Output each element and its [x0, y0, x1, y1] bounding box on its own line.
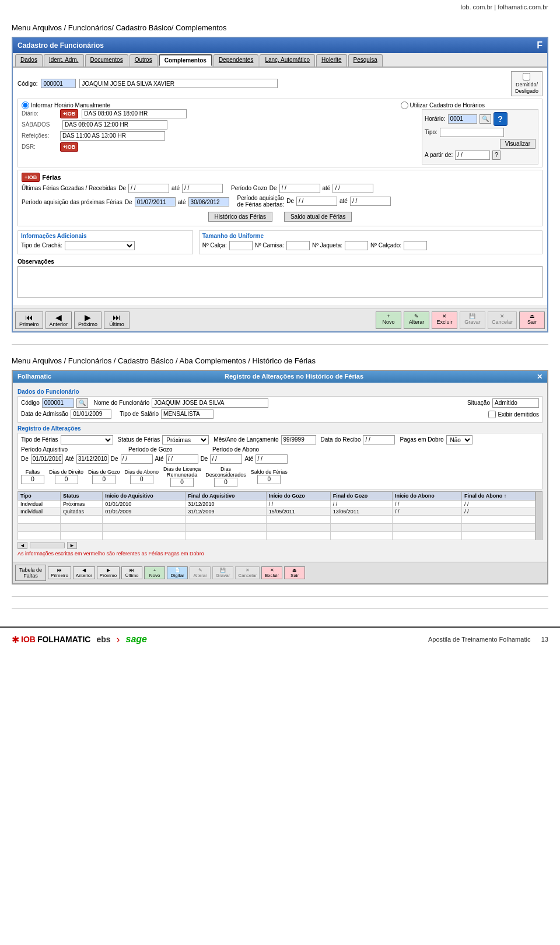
- btn2-digitar[interactable]: 📄 Digitar: [167, 566, 188, 579]
- btn2-excluir[interactable]: ✕ Excluir: [261, 566, 282, 579]
- exibir-demitidos-label[interactable]: Exibir demitidos: [488, 411, 539, 418]
- btn-anterior[interactable]: ◀ Anterior: [46, 312, 72, 329]
- iob-btn-ferias[interactable]: +IOB: [22, 173, 40, 182]
- w2-data-adm-input[interactable]: [71, 410, 111, 419]
- saldo-ferias-input[interactable]: [257, 475, 281, 484]
- codigo-input[interactable]: [41, 79, 76, 88]
- btn2-alterar[interactable]: ✎ Alterar: [190, 566, 211, 579]
- nr-calcado-input[interactable]: [404, 241, 427, 250]
- saldo-ferias-btn[interactable]: Saldo atual de Férias: [284, 212, 352, 222]
- btn2-anterior[interactable]: ◀ Anterior: [73, 566, 95, 579]
- tab-dependentes[interactable]: Dependentes: [214, 54, 259, 66]
- pg-de-input[interactable]: [279, 184, 320, 193]
- uf-de-input[interactable]: [128, 184, 169, 193]
- pg-ate-input[interactable]: [332, 184, 373, 193]
- tipo-input[interactable]: [440, 128, 504, 137]
- dias-descons-label: DiasDesconsiderados: [205, 466, 246, 478]
- window2-close[interactable]: ✕: [537, 373, 542, 381]
- w2-situacao-input[interactable]: [492, 398, 539, 408]
- btn-ultimo[interactable]: ⏭ Último: [104, 312, 130, 329]
- nome-input[interactable]: [79, 79, 278, 88]
- tab-ident-adm[interactable]: Ident. Adm.: [44, 54, 84, 66]
- radio-cadastro[interactable]: [401, 102, 408, 109]
- status-ferias-select[interactable]: Próximas: [162, 435, 209, 444]
- ate-aq-input[interactable]: [76, 454, 108, 464]
- diario-input[interactable]: [82, 109, 187, 118]
- pab-de-input[interactable]: [296, 197, 337, 206]
- scroll-left-arrow[interactable]: ◄: [18, 542, 27, 549]
- a-partir-help-btn[interactable]: ?: [492, 150, 501, 160]
- scroll-right-arrow[interactable]: ►: [67, 542, 77, 549]
- btn-novo[interactable]: + Novo: [376, 312, 401, 329]
- uf-ate-input[interactable]: [182, 184, 223, 193]
- dias-licenca-input[interactable]: [170, 478, 194, 487]
- de-aq-input[interactable]: [31, 454, 63, 464]
- table-row[interactable]: Individual Quitadas 01/01/2009 31/12/200…: [18, 508, 536, 515]
- tab-outros[interactable]: Outros: [130, 54, 158, 66]
- w2-nome-input[interactable]: [152, 398, 268, 408]
- btn-gravar[interactable]: 💾 Gravar: [460, 312, 485, 329]
- btn2-primeiro[interactable]: ⏮ Primeiro: [48, 566, 71, 579]
- horario-search-btn[interactable]: 🔍: [480, 114, 491, 124]
- tab-dados[interactable]: Dados: [15, 54, 43, 66]
- table-row[interactable]: Individual Próximas 01/01/2010 31/12/201…: [18, 500, 536, 508]
- radio-manual[interactable]: [22, 102, 29, 109]
- mes-ano-input[interactable]: [281, 435, 316, 444]
- tabela-faltas-btn[interactable]: Tabela de Faltas: [15, 565, 46, 581]
- w2-tipo-sal-input[interactable]: [161, 410, 214, 419]
- pab-ate-input[interactable]: [350, 197, 391, 206]
- periodo-gozo-header: Período de Gozo: [128, 446, 187, 453]
- dias-descons-input[interactable]: [214, 478, 237, 487]
- paq-ate-input[interactable]: [188, 197, 229, 206]
- faltas-input[interactable]: [21, 475, 44, 484]
- de-abono-input[interactable]: [210, 454, 242, 464]
- radio-cadastro-label[interactable]: Utilizar Cadastro de Horários: [401, 102, 485, 109]
- btn2-gravar[interactable]: 💾 Gravar: [212, 566, 233, 579]
- dias-gozo-input[interactable]: [92, 475, 116, 484]
- btn-sair[interactable]: ⏏ Sair: [519, 312, 545, 329]
- dias-direito-input[interactable]: [55, 475, 78, 484]
- w2-codigo-search[interactable]: 🔍: [76, 398, 88, 408]
- ate-abono-input[interactable]: [256, 454, 288, 464]
- tab-documentos[interactable]: Documentos: [85, 54, 128, 66]
- btn2-novo[interactable]: + Novo: [144, 566, 165, 579]
- help-btn[interactable]: ?: [494, 112, 508, 126]
- tab-lanc-automatico[interactable]: Lanç. Automático: [260, 54, 315, 66]
- tipo-ferias-select[interactable]: [61, 435, 113, 444]
- btn2-cancelar[interactable]: ✕ Cancelar: [235, 566, 260, 579]
- btn-cancelar[interactable]: ✕ Cancelar: [488, 312, 517, 329]
- nr-camisa-input[interactable]: [286, 241, 310, 250]
- btn-excluir[interactable]: ✕ Excluir: [432, 312, 457, 329]
- visualizar-btn[interactable]: Visualizar: [500, 139, 536, 149]
- observacoes-textarea[interactable]: [18, 266, 542, 298]
- tab-pesquisa[interactable]: Pesquisa: [348, 54, 383, 66]
- demitido-checkbox[interactable]: [523, 73, 530, 80]
- btn2-ultimo[interactable]: ⏭ Último: [121, 566, 142, 579]
- btn-primeiro[interactable]: ⏮ Primeiro: [15, 312, 43, 329]
- ate-gozo-input[interactable]: [166, 454, 198, 464]
- horario-input[interactable]: [448, 114, 477, 124]
- tab-holerite[interactable]: Holerite: [316, 54, 346, 66]
- exibir-demitidos-checkbox[interactable]: [488, 411, 496, 418]
- btn2-sair[interactable]: ⏏ Sair: [284, 566, 305, 579]
- data-recibo-input[interactable]: [363, 435, 395, 444]
- dias-abono-input[interactable]: [130, 475, 153, 484]
- tab-complementos[interactable]: Complementos: [159, 54, 212, 66]
- a-partir-input[interactable]: [455, 150, 490, 160]
- btn-alterar[interactable]: ✎ Alterar: [404, 312, 429, 329]
- btn2-proximo[interactable]: ▶ Próximo: [97, 566, 120, 579]
- historico-ferias-btn[interactable]: Histórico das Férias: [208, 212, 272, 222]
- radio-manual-label[interactable]: Informar Horário Manualmente: [22, 102, 110, 109]
- iob-btn-diario[interactable]: +IOB: [60, 109, 78, 118]
- w2-codigo-input[interactable]: [42, 398, 74, 408]
- iob-btn-dsr[interactable]: +IOB: [60, 142, 78, 152]
- btn-proximo[interactable]: ▶ Próximo: [74, 312, 102, 329]
- refeicoes-input[interactable]: [60, 131, 165, 141]
- nr-jaqueta-input[interactable]: [345, 241, 368, 250]
- nr-calca-input[interactable]: [229, 241, 253, 250]
- paq-de-input[interactable]: [135, 197, 176, 206]
- tipo-cracha-select[interactable]: [65, 241, 135, 250]
- sabados-input[interactable]: [62, 120, 167, 130]
- pagas-dobro-select[interactable]: Não: [446, 435, 473, 444]
- de-gozo-input[interactable]: [121, 454, 153, 464]
